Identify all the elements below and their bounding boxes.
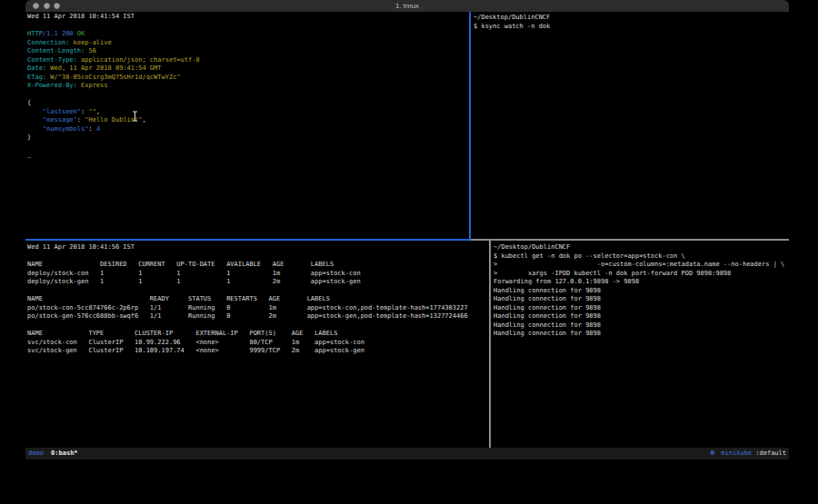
pane-divider-vertical-top[interactable] [469, 12, 471, 241]
tmux-status-bar: demo 0:bash* ☸ minikube :default [25, 448, 789, 460]
terminal-line: Handling connection for 9898 [494, 304, 788, 313]
pane-divider-horizontal-left[interactable] [25, 239, 471, 241]
window-tab-0-bash[interactable]: 0:bash* [51, 450, 78, 457]
terminal-line: ~/Desktop/DublinCNCF [494, 243, 788, 252]
terminal-line: X-Powered-By: Express [27, 82, 469, 91]
terminal-line: svc/stock-con ClusterIP 10.99.222.96 <no… [27, 339, 487, 348]
terminal-line: "message": "Hello Dublin!", [27, 116, 469, 125]
terminal-line: deploy/stock-con 1 1 1 1 1m app=stock-co… [27, 270, 487, 279]
terminal-line: Content-Type: application/json; charset=… [27, 56, 469, 65]
terminal-line: Handling connection for 9898 [494, 295, 788, 304]
terminal-line: NAME READY STATUS RESTARTS AGE LABELS [27, 295, 487, 304]
terminal-line: Connection: keep-alive [27, 39, 469, 48]
mouse-cursor [131, 111, 139, 122]
terminal-line: ETag: W/"38-05coCsrg3mQ75sHr1d/qcWTwYZc" [27, 74, 469, 83]
terminal-line [27, 252, 487, 262]
terminal-line: "numsymbols": 4 [27, 125, 469, 134]
terminal-line [27, 287, 487, 296]
pane-http-response[interactable]: Wed 11 Apr 2018 10:41:54 ISTHTTP/1.1 200… [27, 13, 469, 239]
terminal-line: > xargs -IPOD kubectl -n dok port-forwar… [494, 270, 788, 279]
terminal-line: $ kubectl get -n dok po --selector=app=s… [494, 252, 788, 262]
terminal-line: Wed 11 Apr 2018 10:41:54 IST [27, 13, 469, 22]
terminal-line: } [27, 133, 469, 143]
pane-divider-vertical-bottom[interactable] [489, 241, 491, 448]
terminal-line: NAME TYPE CLUSTER-IP EXTERNAL-IP PORT(S)… [27, 330, 487, 339]
window-title: 1. tmux [25, 0, 789, 12]
terminal-line: Handling connection for 9898 [494, 321, 788, 331]
terminal-line: "lastseen": "", [27, 108, 469, 117]
terminal-line: Wed 11 Apr 2018 10:41:56 IST [27, 243, 487, 252]
terminal-line: Handling connection for 9898 [494, 330, 788, 339]
terminal-line: svc/stock-gen ClusterIP 10.109.197.74 <n… [27, 347, 487, 356]
terminal-line: deploy/stock-gen 1 1 1 1 2m app=stock-ge… [27, 278, 487, 287]
pane-divider-horizontal-right[interactable] [471, 239, 789, 241]
status-right: ☸ minikube :default [710, 448, 786, 460]
terminal-line: Forwarding from 127.0.0.1:9898 -> 9898 [494, 278, 788, 287]
terminal-line [27, 321, 487, 331]
terminal-line: { [27, 99, 469, 108]
terminal-line: $ ksync watch -n dok [474, 23, 787, 32]
status-left: demo 0:bash* [28, 448, 78, 460]
terminal-line: > -o=custom-columns=:metadata.name --no-… [494, 261, 788, 270]
window-title-bar[interactable]: 1. tmux [25, 0, 789, 12]
terminal-window: 1. tmux Wed 11 Apr 2018 10:41:54 ISTHTTP… [25, 0, 789, 460]
terminal-line [27, 22, 469, 31]
terminal-line: NAME DESIRED CURRENT UP-TO-DATE AVAILABL… [27, 261, 487, 270]
terminal-line: Handling connection for 9898 [494, 287, 788, 296]
terminal-line: HTTP/1.1 200 OK [27, 30, 469, 39]
terminal-line: Content-Length: 56 [27, 47, 469, 56]
session-name: demo [28, 450, 44, 457]
terminal-line: po/stock-gen-576cc688bb-swqf6 1/1 Runnin… [27, 312, 487, 321]
pane-kubectl-get[interactable]: Wed 11 Apr 2018 10:41:56 ISTNAME DESIRED… [27, 243, 487, 448]
kube-namespace: :default [755, 450, 786, 457]
terminal-line: Date: Wed, 11 Apr 2018 09:41:54 GMT [27, 64, 469, 74]
terminal-line [27, 91, 469, 100]
terminal-line: po/stock-con-5cc874766c-2p6rp 1/1 Runnin… [27, 304, 487, 313]
pane-ksync-watch[interactable]: ~/Desktop/DublinCNCF$ ksync watch -n dok [474, 14, 787, 239]
pane-port-forward[interactable]: ~/Desktop/DublinCNCF$ kubectl get -n dok… [494, 243, 788, 448]
terminal-line: Handling connection for 9898 [494, 312, 788, 321]
kube-context: minikube [721, 450, 752, 457]
terminal-line: ~/Desktop/DublinCNCF [474, 14, 787, 23]
terminal-line [27, 143, 469, 152]
kubernetes-helm-icon: ☸ [710, 450, 715, 457]
terminal-line: _ [27, 151, 469, 160]
